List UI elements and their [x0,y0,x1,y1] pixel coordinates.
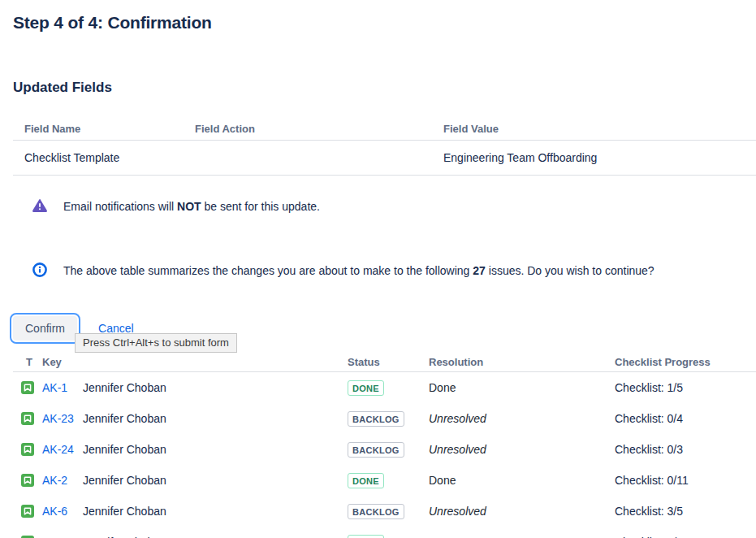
story-icon [21,505,34,518]
issue-key-link[interactable]: AK-1 [42,381,67,394]
resolution-value: Unresolved [429,412,615,425]
field-name-cell: Checklist Template [24,151,195,164]
resolution-value: Unresolved [429,505,615,518]
resolution-column-header: Resolution [429,356,615,368]
issue-row: AK-23 Jennifer Choban BACKLOG Unresolved… [0,403,756,434]
issue-row: AK-6 Jennifer Choban BACKLOG Unresolved … [0,496,756,527]
checklist-progress: Checklist: 0/4 [615,412,750,425]
status-badge: DONE [348,473,384,488]
status-badge: BACKLOG [348,411,404,427]
story-icon [21,381,34,394]
updated-fields-heading: Updated Fields [0,80,756,96]
checklist-progress-column-header: Checklist Progress [615,356,750,368]
issue-key-link[interactable]: AK-6 [42,505,67,518]
issue-key-link[interactable]: AK-24 [42,443,74,456]
story-icon [21,443,34,456]
bulk-edit-confirmation-page: Step 4 of 4: Confirmation Updated Fields… [0,0,756,538]
status-badge: BACKLOG [348,504,404,519]
status-badge: BACKLOG [348,442,404,458]
field-value-header: Field Value [443,123,743,135]
field-value-cell: Engineering Team Offboarding [443,151,743,164]
checklist-progress: Checklist: 0/3 [615,443,750,456]
updated-fields-header-row: Field Name Field Action Field Value [0,117,756,140]
issues-table-header-row: T Key Status Resolution Checklist Progre… [0,352,756,371]
issue-key-link[interactable]: AK-2 [42,474,67,487]
type-column-header: T [21,356,42,368]
issues-table-body: AK-1 Jennifer Choban DONE Done Checklist… [0,372,756,538]
updated-fields-table: Field Name Field Action Field Value Chec… [0,117,756,176]
issue-assignee: Jennifer Choban [83,412,348,425]
issue-assignee: Jennifer Choban [83,381,348,394]
field-action-header: Field Action [195,123,443,135]
email-warning-notice: Email notifications will NOT be sent for… [0,199,756,214]
issue-row: AK-28 Jennifer Choban DONE Done Checklis… [0,527,756,538]
issue-assignee: Jennifer Choban [83,505,348,518]
field-name-header: Field Name [24,123,195,135]
issue-row: AK-24 Jennifer Choban BACKLOG Unresolved… [0,434,756,465]
confirm-button[interactable]: Confirm [13,316,77,341]
resolution-value: Done [429,474,615,487]
issue-assignee: Jennifer Choban [83,443,348,456]
page-title: Step 4 of 4: Confirmation [0,13,756,33]
checklist-progress: Checklist: 1/5 [615,381,750,394]
issue-row: AK-1 Jennifer Choban DONE Done Checklist… [0,372,756,403]
divider [13,175,756,176]
submit-shortcut-tooltip: Press Ctrl+Alt+s to submit form [75,333,237,353]
resolution-value: Done [429,381,615,394]
issue-row: AK-2 Jennifer Choban DONE Done Checklist… [0,465,756,496]
issue-key-link[interactable]: AK-23 [42,412,74,425]
info-circle-icon [32,262,47,277]
email-warning-text: Email notifications will NOT be sent for… [63,199,320,214]
key-column-header: Key [42,356,83,368]
summary-info-notice: The above table summarizes the changes y… [0,263,756,278]
story-icon [21,474,34,487]
status-badge: DONE [348,380,384,396]
summary-info-text: The above table summarizes the changes y… [63,263,654,278]
story-icon [21,412,34,425]
warning-triangle-icon [32,198,47,213]
checklist-progress: Checklist: 0/11 [615,474,750,487]
issues-table: T Key Status Resolution Checklist Progre… [0,352,756,538]
updated-fields-row: Checklist Template Engineering Team Offb… [0,141,756,175]
resolution-value: Unresolved [429,443,615,456]
status-badge: DONE [348,535,384,538]
status-column-header: Status [348,356,429,368]
checklist-progress: Checklist: 3/5 [615,505,750,518]
issue-assignee: Jennifer Choban [83,474,348,487]
